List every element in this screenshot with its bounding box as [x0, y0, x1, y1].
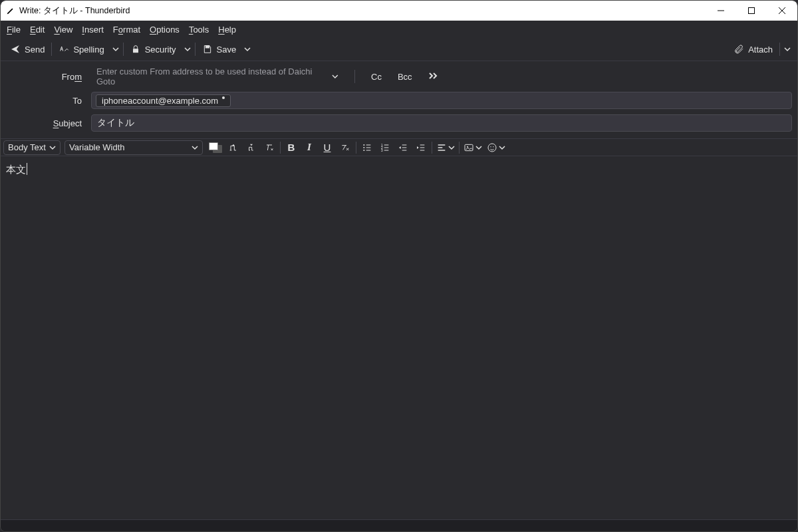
security-button[interactable]: Security	[125, 41, 182, 57]
font-bigger-icon	[228, 142, 239, 153]
from-label: From	[6, 72, 86, 82]
font-family-select[interactable]: Variable Width	[65, 140, 203, 155]
save-button[interactable]: Save	[197, 41, 242, 57]
save-label: Save	[217, 45, 237, 55]
image-icon	[464, 142, 474, 153]
insert-image-button[interactable]	[462, 140, 484, 155]
font-smaller-icon	[246, 142, 257, 153]
numbered-list-icon: 123	[380, 142, 390, 153]
menu-bar: File Edit View Insert Format Options Too…	[1, 21, 797, 38]
menu-tools[interactable]: Tools	[184, 23, 213, 37]
from-field[interactable]: Enter custom From address to be used ins…	[91, 64, 344, 89]
font-size-decrease-button[interactable]	[243, 140, 260, 155]
text-color-button[interactable]	[207, 140, 224, 155]
recipient-pill[interactable]: iphoneaccount@example.com	[96, 94, 231, 107]
send-icon	[10, 44, 21, 55]
paragraph-style-select[interactable]: Body Text	[3, 140, 61, 155]
send-button[interactable]: Send	[5, 41, 50, 57]
minimize-button[interactable]	[706, 1, 736, 21]
subject-input[interactable]	[91, 114, 792, 132]
pencil-icon	[6, 6, 15, 15]
body-text: 本文	[6, 164, 26, 175]
italic-button[interactable]: I	[301, 140, 318, 155]
outdent-button[interactable]	[394, 140, 412, 155]
from-placeholder: Enter custom From address to be used ins…	[96, 66, 327, 86]
more-recipients-button[interactable]	[423, 69, 444, 84]
status-bar	[1, 519, 797, 531]
attach-dropdown[interactable]	[781, 43, 793, 55]
spelling-button[interactable]: Spelling	[53, 41, 109, 57]
bold-icon: B	[288, 142, 295, 153]
menu-format[interactable]: Format	[108, 23, 145, 37]
attach-label: Attach	[748, 45, 773, 55]
font-family-value: Variable Width	[69, 142, 125, 152]
title-bar: Write: タイトル - Thunderbird	[1, 1, 797, 21]
font-size-increase-button[interactable]	[225, 140, 242, 155]
svg-point-8	[363, 150, 364, 151]
menu-file[interactable]: File	[2, 23, 25, 37]
to-field[interactable]: iphoneaccount@example.com	[91, 92, 792, 109]
paperclip-icon	[733, 44, 744, 55]
clear-format-icon	[264, 142, 275, 153]
to-label: To	[6, 96, 86, 106]
emoji-icon	[487, 142, 497, 153]
spelling-dropdown[interactable]	[110, 43, 122, 55]
remove-formatting-button[interactable]	[261, 140, 278, 155]
italic-icon: I	[307, 142, 311, 153]
chevron-down-icon	[332, 73, 338, 80]
spelling-label: Spelling	[73, 45, 104, 55]
message-body-editor[interactable]: 本文	[1, 156, 797, 519]
align-button[interactable]	[434, 140, 457, 155]
format-toolbar: Body Text Variable Width B I U 123	[1, 138, 797, 156]
chevron-down-icon	[49, 144, 56, 151]
spelling-icon	[59, 44, 69, 55]
svg-point-31	[493, 146, 493, 147]
paragraph-style-value: Body Text	[8, 142, 46, 152]
attach-button[interactable]: Attach	[728, 41, 778, 57]
insert-emoji-button[interactable]	[485, 140, 507, 155]
save-icon	[202, 44, 213, 55]
bold-button[interactable]: B	[283, 140, 300, 155]
underline-icon: U	[324, 142, 331, 153]
menu-help[interactable]: Help	[213, 23, 241, 37]
svg-text:3: 3	[381, 149, 383, 152]
underline-button[interactable]: U	[319, 140, 336, 155]
message-headers: From Enter custom From address to be use…	[1, 61, 797, 138]
security-label: Security	[145, 45, 176, 55]
remove-text-styling-button[interactable]	[336, 140, 354, 155]
svg-point-7	[363, 147, 364, 148]
window-title: Write: タイトル - Thunderbird	[19, 5, 130, 17]
outdent-icon	[398, 142, 408, 153]
svg-point-29	[488, 144, 496, 152]
save-dropdown[interactable]	[241, 43, 253, 55]
main-toolbar: Send Spelling Security Save Attach	[1, 39, 797, 59]
indent-icon	[416, 142, 426, 153]
menu-view[interactable]: View	[49, 23, 77, 37]
svg-rect-4	[133, 49, 138, 53]
indent-button[interactable]	[412, 140, 430, 155]
recipient-address: iphoneaccount@example.com	[102, 96, 218, 106]
maximize-button[interactable]	[736, 1, 767, 21]
bullet-list-icon	[362, 142, 372, 153]
menu-insert[interactable]: Insert	[77, 23, 108, 37]
svg-rect-1	[749, 8, 755, 14]
svg-point-6	[363, 144, 364, 146]
remove-style-icon	[340, 142, 350, 153]
menu-options[interactable]: Options	[145, 23, 184, 37]
bullet-list-button[interactable]	[358, 140, 376, 155]
chevron-down-icon	[192, 144, 198, 151]
bcc-button[interactable]: Bcc	[392, 69, 418, 84]
cc-button[interactable]: Cc	[366, 69, 387, 84]
send-label: Send	[25, 45, 45, 55]
numbered-list-button[interactable]: 123	[376, 140, 394, 155]
align-icon	[436, 142, 447, 153]
close-button[interactable]	[767, 1, 797, 21]
svg-rect-5	[205, 46, 209, 48]
menu-edit[interactable]: Edit	[25, 23, 49, 37]
subject-label: Subject	[6, 118, 86, 128]
svg-point-30	[490, 146, 491, 147]
security-dropdown[interactable]	[182, 43, 194, 55]
lock-icon	[130, 44, 141, 55]
